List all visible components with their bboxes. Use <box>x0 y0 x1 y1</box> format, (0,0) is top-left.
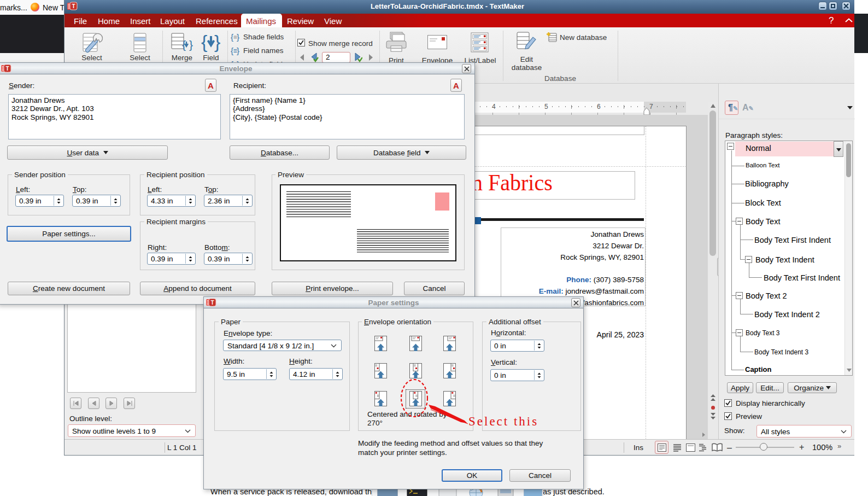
svg-text:}: } <box>214 32 220 52</box>
svg-text:}: } <box>237 46 239 55</box>
svg-text:}: } <box>237 33 239 42</box>
svg-text:{: { <box>231 33 233 42</box>
svg-text:{: { <box>231 46 233 55</box>
svg-text:{: { <box>201 32 207 52</box>
svg-text:}: } <box>189 38 193 51</box>
